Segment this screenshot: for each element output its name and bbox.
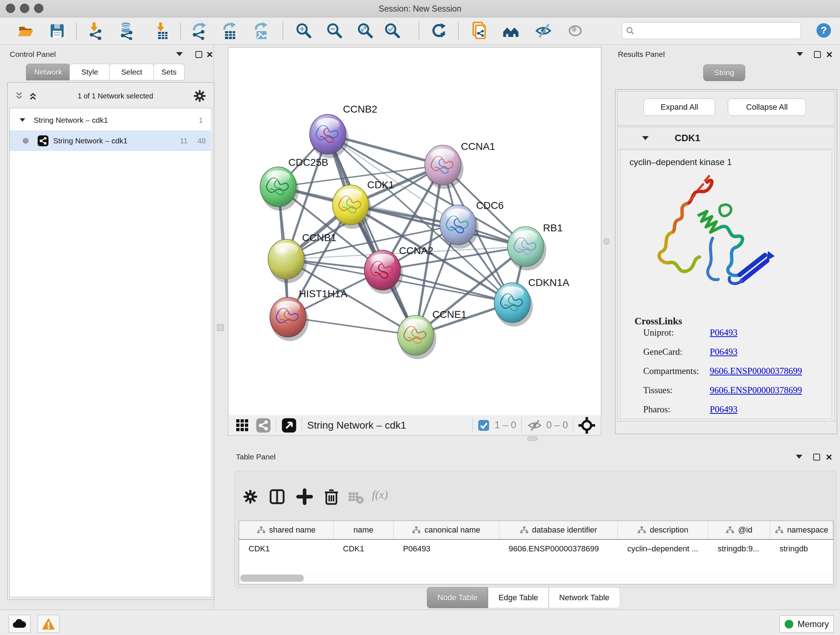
memory-button[interactable]: Memory bbox=[780, 616, 834, 633]
control-panel-close-icon[interactable]: ✕ bbox=[206, 51, 213, 59]
right-splitter-handle[interactable] bbox=[603, 238, 609, 244]
tab-node-table[interactable]: Node Table bbox=[427, 587, 488, 608]
network-options-gear-icon[interactable] bbox=[193, 89, 207, 103]
results-panel-float-icon[interactable] bbox=[814, 51, 821, 58]
column-header-name[interactable]: name bbox=[333, 521, 393, 539]
tab-network[interactable]: Network bbox=[26, 64, 70, 80]
collection-label: String Network – cdk1 bbox=[34, 116, 108, 125]
tab-select[interactable]: Select bbox=[109, 64, 154, 80]
table-options-gear-icon[interactable] bbox=[242, 488, 259, 505]
import-network-database-icon[interactable] bbox=[118, 22, 136, 40]
column-header-shared-name[interactable]: shared name bbox=[239, 521, 333, 539]
svg-text:?: ? bbox=[821, 25, 827, 36]
node-label-CDC25B: CDC25B bbox=[288, 157, 328, 168]
zoom-fit-icon[interactable] bbox=[356, 22, 374, 40]
results-panel-close-icon[interactable]: ✕ bbox=[826, 51, 833, 59]
node-CCNA2[interactable] bbox=[364, 250, 403, 294]
save-session-icon[interactable] bbox=[48, 22, 66, 40]
zoom-selected-icon[interactable] bbox=[384, 22, 401, 40]
detach-view-icon[interactable] bbox=[281, 418, 297, 433]
search-input[interactable] bbox=[637, 24, 797, 37]
crosslink-value-link[interactable]: P06493 bbox=[710, 328, 737, 338]
selected-checkbox-icon[interactable] bbox=[478, 420, 489, 431]
table-cell[interactable]: P06493 bbox=[393, 540, 499, 558]
warnings-button[interactable] bbox=[38, 615, 59, 633]
left-splitter-handle[interactable] bbox=[217, 325, 224, 331]
node-CDKN1A[interactable] bbox=[494, 283, 533, 326]
tab-string[interactable]: String bbox=[703, 65, 745, 81]
delete-column-trash-icon[interactable] bbox=[323, 488, 340, 505]
control-panel-menu-icon[interactable] bbox=[176, 52, 183, 56]
tab-style[interactable]: Style bbox=[69, 64, 110, 80]
export-image-icon[interactable] bbox=[252, 22, 270, 40]
column-header--id[interactable]: @id bbox=[708, 521, 770, 539]
network-collection-row[interactable]: String Network – cdk1 1 bbox=[10, 110, 211, 130]
node-HIST1H1A[interactable] bbox=[270, 297, 309, 341]
expand-all-icon[interactable] bbox=[27, 91, 38, 101]
crosslink-value-link[interactable]: 9606.ENSP00000378699 bbox=[710, 385, 802, 395]
show-columns-icon[interactable] bbox=[268, 488, 286, 505]
tab-edge-table[interactable]: Edge Table bbox=[488, 587, 549, 608]
crosslinks-title: CrossLinks bbox=[635, 316, 682, 327]
tab-sets[interactable]: Sets bbox=[153, 64, 185, 80]
cloud-status-button[interactable] bbox=[9, 615, 30, 633]
zoom-in-icon[interactable] bbox=[295, 22, 313, 40]
export-network-icon[interactable] bbox=[190, 22, 208, 40]
node-CDK1[interactable] bbox=[332, 185, 371, 229]
table-cell[interactable]: stringdb:9... bbox=[708, 540, 770, 558]
results-panel-menu-icon[interactable] bbox=[797, 52, 803, 56]
table-horizontal-scrollbar[interactable] bbox=[240, 573, 832, 583]
gene-entry-expander-icon[interactable] bbox=[642, 136, 649, 140]
collapse-all-button[interactable]: Collapse All bbox=[728, 98, 806, 116]
crosslink-label: Compartments: bbox=[643, 366, 699, 376]
grid-view-icon[interactable] bbox=[235, 418, 249, 432]
column-network-icon bbox=[520, 526, 529, 534]
network-view-share-icon[interactable] bbox=[256, 418, 271, 433]
node-label-CCNB1: CCNB1 bbox=[302, 232, 336, 243]
import-network-file-icon[interactable] bbox=[87, 22, 104, 40]
table-cell[interactable]: cyclin–dependent ... bbox=[618, 540, 708, 558]
control-panel-float-icon[interactable] bbox=[195, 51, 202, 58]
share-document-icon[interactable] bbox=[471, 22, 489, 40]
crosslink-value-link[interactable]: P06493 bbox=[710, 347, 737, 357]
node-CCNB2[interactable] bbox=[309, 114, 348, 158]
refresh-icon[interactable] bbox=[430, 22, 448, 40]
column-header-database-identifier[interactable]: database identifier bbox=[499, 521, 618, 539]
help-icon[interactable]: ? bbox=[816, 22, 832, 38]
table-cell[interactable]: 9606.ENSP00000378699 bbox=[499, 540, 618, 558]
add-column-icon[interactable] bbox=[296, 488, 313, 505]
hide-panel-eye-slash-icon[interactable] bbox=[534, 22, 553, 40]
expand-all-button[interactable]: Expand All bbox=[644, 98, 715, 116]
network-row-selected[interactable]: String Network – cdk1 11 48 bbox=[10, 130, 211, 151]
table-panel-menu-icon[interactable] bbox=[796, 455, 802, 459]
node-CCNA1[interactable] bbox=[425, 145, 463, 189]
column-header-namespace[interactable]: namespace bbox=[770, 521, 833, 539]
node-RB1[interactable] bbox=[508, 226, 546, 271]
tree-expander-icon[interactable] bbox=[19, 119, 25, 122]
search-field[interactable] bbox=[622, 22, 801, 39]
table-panel-float-icon[interactable] bbox=[813, 454, 820, 461]
show-panel-eye-icon[interactable] bbox=[566, 22, 584, 40]
bottom-splitter-handle[interactable] bbox=[527, 437, 538, 440]
table-cell[interactable]: CDK1 bbox=[333, 540, 393, 558]
column-header-canonical-name[interactable]: canonical name bbox=[393, 521, 499, 539]
node-CDC25B[interactable] bbox=[260, 167, 299, 211]
crosslink-value-link[interactable]: P06493 bbox=[710, 404, 737, 415]
export-table-icon[interactable] bbox=[221, 22, 239, 40]
table-panel-close-icon[interactable]: ✕ bbox=[826, 453, 832, 462]
table-cell[interactable]: CDK1 bbox=[239, 540, 333, 558]
column-header-description[interactable]: description bbox=[618, 521, 708, 539]
home-icon[interactable] bbox=[502, 22, 520, 40]
import-table-icon[interactable] bbox=[153, 22, 171, 40]
tab-network-table[interactable]: Network Table bbox=[549, 587, 620, 608]
table-cell[interactable]: stringdb bbox=[770, 540, 833, 558]
network-canvas[interactable]: CCNB2CCNA1CDC25BCDK1CDC6RB1CCNB1CCNA2CDK… bbox=[228, 47, 601, 416]
collapse-all-icon[interactable] bbox=[14, 91, 25, 101]
fit-content-crosshair-icon[interactable] bbox=[578, 417, 595, 434]
table-scrollbar-thumb[interactable] bbox=[240, 575, 304, 582]
gene-entry-header[interactable]: CDK1 bbox=[617, 127, 834, 149]
zoom-out-icon[interactable] bbox=[325, 22, 344, 40]
open-session-icon[interactable] bbox=[16, 22, 34, 40]
table-row[interactable]: CDK1CDK1P064939606.ENSP00000378699cyclin… bbox=[239, 540, 833, 558]
crosslink-value-link[interactable]: 9606.ENSP00000378699 bbox=[710, 366, 802, 376]
